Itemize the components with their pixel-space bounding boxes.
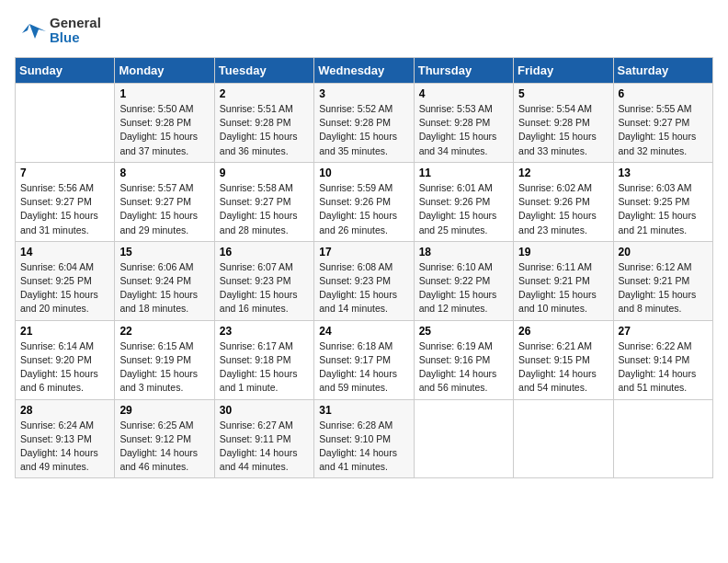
day-info: Sunrise: 6:24 AM Sunset: 9:13 PM Dayligh… bbox=[20, 419, 109, 475]
calendar-cell bbox=[613, 399, 712, 478]
calendar-week-row: 7Sunrise: 5:56 AM Sunset: 9:27 PM Daylig… bbox=[16, 162, 713, 241]
calendar-cell: 15Sunrise: 6:06 AM Sunset: 9:24 PM Dayli… bbox=[115, 241, 214, 320]
calendar-week-row: 14Sunrise: 6:04 AM Sunset: 9:25 PM Dayli… bbox=[16, 241, 713, 320]
logo-text: General Blue bbox=[50, 16, 101, 46]
calendar-cell: 2Sunrise: 5:51 AM Sunset: 9:28 PM Daylig… bbox=[214, 84, 313, 163]
calendar-cell: 6Sunrise: 5:55 AM Sunset: 9:27 PM Daylig… bbox=[613, 84, 712, 163]
day-number: 24 bbox=[319, 325, 408, 338]
day-info: Sunrise: 6:07 AM Sunset: 9:23 PM Dayligh… bbox=[220, 260, 309, 316]
calendar-week-row: 1Sunrise: 5:50 AM Sunset: 9:28 PM Daylig… bbox=[16, 84, 713, 163]
day-info: Sunrise: 5:58 AM Sunset: 9:27 PM Dayligh… bbox=[220, 181, 309, 237]
day-info: Sunrise: 5:53 AM Sunset: 9:28 PM Dayligh… bbox=[419, 102, 508, 158]
day-number: 28 bbox=[20, 404, 109, 417]
header-wednesday: Wednesday bbox=[314, 58, 414, 84]
day-info: Sunrise: 6:28 AM Sunset: 9:10 PM Dayligh… bbox=[319, 419, 408, 475]
day-info: Sunrise: 6:01 AM Sunset: 9:26 PM Dayligh… bbox=[419, 181, 508, 237]
day-number: 9 bbox=[220, 167, 309, 179]
calendar-cell: 14Sunrise: 6:04 AM Sunset: 9:25 PM Dayli… bbox=[16, 241, 115, 320]
day-number: 30 bbox=[220, 404, 309, 417]
day-number: 5 bbox=[518, 87, 608, 100]
day-info: Sunrise: 6:11 AM Sunset: 9:21 PM Dayligh… bbox=[518, 260, 608, 316]
day-info: Sunrise: 6:06 AM Sunset: 9:24 PM Dayligh… bbox=[119, 260, 209, 316]
calendar-cell: 7Sunrise: 5:56 AM Sunset: 9:27 PM Daylig… bbox=[16, 162, 115, 241]
logo: General Blue bbox=[15, 15, 101, 46]
calendar-cell: 29Sunrise: 6:25 AM Sunset: 9:12 PM Dayli… bbox=[115, 399, 214, 478]
day-number: 22 bbox=[119, 325, 209, 338]
svg-marker-1 bbox=[22, 24, 29, 33]
calendar-cell: 3Sunrise: 5:52 AM Sunset: 9:28 PM Daylig… bbox=[314, 84, 414, 163]
calendar-cell: 24Sunrise: 6:18 AM Sunset: 9:17 PM Dayli… bbox=[314, 320, 414, 399]
calendar-table: SundayMondayTuesdayWednesdayThursdayFrid… bbox=[15, 57, 713, 478]
day-info: Sunrise: 6:14 AM Sunset: 9:20 PM Dayligh… bbox=[20, 339, 109, 396]
calendar-cell: 17Sunrise: 6:08 AM Sunset: 9:23 PM Dayli… bbox=[314, 241, 414, 320]
calendar-week-row: 21Sunrise: 6:14 AM Sunset: 9:20 PM Dayli… bbox=[16, 320, 713, 399]
day-info: Sunrise: 6:21 AM Sunset: 9:15 PM Dayligh… bbox=[518, 339, 608, 396]
day-number: 12 bbox=[518, 167, 608, 179]
day-info: Sunrise: 5:55 AM Sunset: 9:27 PM Dayligh… bbox=[619, 102, 708, 158]
header-friday: Friday bbox=[514, 58, 613, 84]
day-info: Sunrise: 6:19 AM Sunset: 9:16 PM Dayligh… bbox=[419, 339, 508, 396]
day-number: 16 bbox=[220, 246, 309, 259]
calendar-cell: 25Sunrise: 6:19 AM Sunset: 9:16 PM Dayli… bbox=[414, 320, 513, 399]
day-number: 11 bbox=[419, 167, 508, 179]
day-number: 1 bbox=[119, 87, 209, 100]
calendar-cell: 8Sunrise: 5:57 AM Sunset: 9:27 PM Daylig… bbox=[115, 162, 214, 241]
day-number: 26 bbox=[518, 325, 608, 338]
day-info: Sunrise: 5:50 AM Sunset: 9:28 PM Dayligh… bbox=[119, 102, 209, 158]
calendar-cell: 13Sunrise: 6:03 AM Sunset: 9:25 PM Dayli… bbox=[613, 162, 712, 241]
day-number: 4 bbox=[419, 87, 508, 100]
calendar-cell: 23Sunrise: 6:17 AM Sunset: 9:18 PM Dayli… bbox=[214, 320, 313, 399]
day-number: 29 bbox=[119, 404, 209, 417]
day-number: 2 bbox=[220, 87, 309, 100]
calendar-cell: 27Sunrise: 6:22 AM Sunset: 9:14 PM Dayli… bbox=[613, 320, 712, 399]
header-monday: Monday bbox=[115, 58, 214, 84]
logo-container: General Blue bbox=[15, 15, 101, 46]
day-number: 23 bbox=[220, 325, 309, 338]
day-info: Sunrise: 6:08 AM Sunset: 9:23 PM Dayligh… bbox=[319, 260, 408, 316]
calendar-cell: 18Sunrise: 6:10 AM Sunset: 9:22 PM Dayli… bbox=[414, 241, 513, 320]
calendar-cell bbox=[514, 399, 613, 478]
day-number: 27 bbox=[619, 325, 708, 338]
calendar-week-row: 28Sunrise: 6:24 AM Sunset: 9:13 PM Dayli… bbox=[16, 399, 713, 478]
calendar-cell: 9Sunrise: 5:58 AM Sunset: 9:27 PM Daylig… bbox=[214, 162, 313, 241]
calendar-cell: 20Sunrise: 6:12 AM Sunset: 9:21 PM Dayli… bbox=[613, 241, 712, 320]
day-info: Sunrise: 6:25 AM Sunset: 9:12 PM Dayligh… bbox=[119, 419, 209, 475]
calendar-cell: 11Sunrise: 6:01 AM Sunset: 9:26 PM Dayli… bbox=[414, 162, 513, 241]
day-info: Sunrise: 5:54 AM Sunset: 9:28 PM Dayligh… bbox=[518, 102, 608, 158]
day-number: 10 bbox=[319, 167, 408, 179]
logo-bird-icon bbox=[15, 15, 46, 46]
day-number: 14 bbox=[20, 246, 109, 259]
day-number: 25 bbox=[419, 325, 508, 338]
calendar-cell: 12Sunrise: 6:02 AM Sunset: 9:26 PM Dayli… bbox=[514, 162, 613, 241]
day-info: Sunrise: 6:15 AM Sunset: 9:19 PM Dayligh… bbox=[119, 339, 209, 396]
calendar-cell: 16Sunrise: 6:07 AM Sunset: 9:23 PM Dayli… bbox=[214, 241, 313, 320]
header-tuesday: Tuesday bbox=[214, 58, 313, 84]
calendar-header-row: SundayMondayTuesdayWednesdayThursdayFrid… bbox=[16, 58, 713, 84]
calendar-cell: 5Sunrise: 5:54 AM Sunset: 9:28 PM Daylig… bbox=[514, 84, 613, 163]
day-number: 21 bbox=[20, 325, 109, 338]
day-number: 15 bbox=[119, 246, 209, 259]
header-thursday: Thursday bbox=[414, 58, 513, 84]
day-info: Sunrise: 6:10 AM Sunset: 9:22 PM Dayligh… bbox=[419, 260, 508, 316]
day-number: 19 bbox=[518, 246, 608, 259]
day-info: Sunrise: 6:03 AM Sunset: 9:25 PM Dayligh… bbox=[619, 181, 708, 237]
calendar-cell: 10Sunrise: 5:59 AM Sunset: 9:26 PM Dayli… bbox=[314, 162, 414, 241]
day-number: 6 bbox=[619, 87, 708, 100]
day-info: Sunrise: 6:02 AM Sunset: 9:26 PM Dayligh… bbox=[518, 181, 608, 237]
calendar-cell: 28Sunrise: 6:24 AM Sunset: 9:13 PM Dayli… bbox=[16, 399, 115, 478]
logo-general: General bbox=[50, 16, 101, 31]
day-info: Sunrise: 6:04 AM Sunset: 9:25 PM Dayligh… bbox=[20, 260, 109, 316]
day-info: Sunrise: 6:12 AM Sunset: 9:21 PM Dayligh… bbox=[619, 260, 708, 316]
day-number: 8 bbox=[119, 167, 209, 179]
day-number: 13 bbox=[619, 167, 708, 179]
calendar-cell: 30Sunrise: 6:27 AM Sunset: 9:11 PM Dayli… bbox=[214, 399, 313, 478]
day-info: Sunrise: 5:52 AM Sunset: 9:28 PM Dayligh… bbox=[319, 102, 408, 158]
day-info: Sunrise: 6:22 AM Sunset: 9:14 PM Dayligh… bbox=[619, 339, 708, 396]
header-sunday: Sunday bbox=[16, 58, 115, 84]
day-info: Sunrise: 5:57 AM Sunset: 9:27 PM Dayligh… bbox=[119, 181, 209, 237]
calendar-cell: 22Sunrise: 6:15 AM Sunset: 9:19 PM Dayli… bbox=[115, 320, 214, 399]
calendar-cell: 1Sunrise: 5:50 AM Sunset: 9:28 PM Daylig… bbox=[115, 84, 214, 163]
day-info: Sunrise: 5:59 AM Sunset: 9:26 PM Dayligh… bbox=[319, 181, 408, 237]
calendar-cell: 21Sunrise: 6:14 AM Sunset: 9:20 PM Dayli… bbox=[16, 320, 115, 399]
calendar-cell: 26Sunrise: 6:21 AM Sunset: 9:15 PM Dayli… bbox=[514, 320, 613, 399]
